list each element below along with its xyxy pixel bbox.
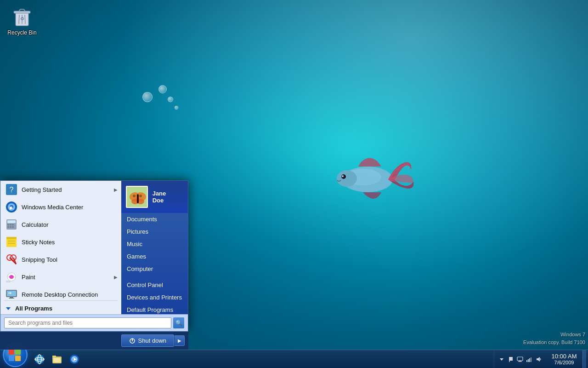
svg-rect-19 <box>7 220 16 223</box>
show-hidden-icons <box>499 356 504 362</box>
svg-text:▶: ▶ <box>10 205 13 210</box>
start-menu-search-bar: 🔍 <box>0 314 188 331</box>
tray-network-icon[interactable] <box>516 356 524 363</box>
svg-rect-39 <box>10 297 13 298</box>
svg-rect-69 <box>53 358 61 362</box>
svg-rect-62 <box>15 356 21 361</box>
start-menu-item-paint[interactable]: Paint ▶ <box>0 268 121 286</box>
clock-area[interactable]: 10:00 AM 7/6/2009 <box>546 350 582 368</box>
svg-point-2 <box>337 170 357 187</box>
svg-rect-60 <box>15 349 21 355</box>
bubble-decoration <box>175 106 178 109</box>
recycle-bin-image: ♻ <box>11 6 33 28</box>
tray-action-center-icon[interactable] <box>507 356 514 363</box>
start-menu-item-getting-started[interactable]: ? Getting Started ▶ <box>0 181 121 198</box>
ie-icon <box>34 354 45 365</box>
flag-icon <box>508 356 514 362</box>
start-menu-item-calculator[interactable]: Calculator <box>0 216 121 233</box>
paint-arrow-icon: ▶ <box>114 275 118 280</box>
recycle-bin-label: Recycle Bin <box>7 29 36 36</box>
svg-rect-75 <box>509 357 513 361</box>
start-menu-item-windows-media-center[interactable]: ▶ Windows Media Center <box>0 198 121 216</box>
svg-rect-56 <box>137 194 139 203</box>
start-right-music[interactable]: Music <box>121 238 188 250</box>
taskbar-media-player-button[interactable] <box>66 351 83 368</box>
svg-text:♻: ♻ <box>20 16 24 21</box>
start-right-control-panel[interactable]: Control Panel <box>121 279 188 291</box>
sticky-notes-icon <box>5 236 18 248</box>
clock-time: 10:00 AM <box>552 353 577 360</box>
svg-rect-82 <box>529 358 530 362</box>
taskbar-ie-button[interactable] <box>31 351 48 368</box>
svg-rect-20 <box>7 224 9 225</box>
notification-icons <box>494 350 546 368</box>
svg-point-55 <box>139 195 142 197</box>
tray-arrow-icon[interactable] <box>498 356 505 363</box>
svg-point-54 <box>133 195 136 197</box>
bubble-decoration <box>168 97 173 102</box>
svg-rect-36 <box>6 281 11 282</box>
svg-text:?: ? <box>10 186 14 194</box>
bubble-decoration <box>142 92 153 102</box>
search-input[interactable] <box>4 317 171 328</box>
svg-line-6 <box>19 15 19 24</box>
monitor-icon <box>517 356 523 362</box>
svg-point-4 <box>342 175 344 177</box>
windows-media-center-icon: ▶ <box>5 201 18 213</box>
start-right-games[interactable]: Games <box>121 250 188 263</box>
paint-icon <box>5 270 18 283</box>
betta-fish <box>317 129 418 230</box>
svg-rect-77 <box>517 357 523 361</box>
svg-rect-21 <box>10 224 11 225</box>
svg-rect-79 <box>518 361 522 362</box>
user-area: Jane Doe <box>121 181 188 213</box>
tray-volume-icon[interactable] <box>535 356 542 363</box>
svg-rect-61 <box>9 356 14 361</box>
svg-rect-81 <box>528 359 529 362</box>
start-right-computer[interactable]: Computer <box>121 263 188 275</box>
svg-rect-40 <box>9 298 14 299</box>
remote-desktop-icon <box>5 288 18 299</box>
start-menu-item-remote-desktop[interactable]: Remote Desktop Connection <box>0 286 121 299</box>
media-player-icon <box>69 354 80 365</box>
recycle-bin-icon[interactable]: ♻ Recycle Bin <box>4 4 40 38</box>
svg-rect-23 <box>7 226 9 228</box>
svg-rect-78 <box>519 361 521 362</box>
start-menu-item-sticky-notes[interactable]: Sticky Notes <box>0 233 121 251</box>
start-menu: ? Getting Started ▶ <box>0 180 188 350</box>
taskbar-explorer-button[interactable] <box>49 351 65 368</box>
clock-date: 7/6/2009 <box>554 360 574 365</box>
shutdown-arrow-button[interactable]: ▶ <box>175 335 185 346</box>
start-menu-left-panel: ? Getting Started ▶ <box>0 181 121 314</box>
system-tray: 10:00 AM 7/6/2009 <box>494 350 588 368</box>
bubble-decoration <box>158 85 167 93</box>
start-right-pictures[interactable]: Pictures <box>121 225 188 238</box>
snipping-tool-icon <box>5 253 18 266</box>
svg-rect-83 <box>531 357 531 362</box>
start-right-documents[interactable]: Documents <box>121 213 188 225</box>
signal-bars-icon <box>526 356 532 362</box>
svg-rect-80 <box>526 360 527 362</box>
taskbar: 10:00 AM 7/6/2009 <box>0 350 588 368</box>
arrow-icon: ▶ <box>114 187 118 192</box>
power-icon <box>129 338 136 344</box>
programs-divider <box>4 300 118 301</box>
search-button[interactable]: 🔍 <box>173 317 184 328</box>
svg-marker-74 <box>500 358 503 361</box>
start-menu-programs-list: ? Getting Started ▶ <box>0 181 121 299</box>
svg-rect-9 <box>14 11 30 13</box>
start-menu-item-snipping-tool[interactable]: Snipping Tool <box>0 251 121 268</box>
explorer-icon <box>51 354 62 365</box>
desktop: ♻ Recycle Bin Windows 7 Evaluation copy.… <box>0 0 588 368</box>
svg-marker-48 <box>6 307 11 310</box>
getting-started-icon: ? <box>5 183 18 196</box>
svg-line-8 <box>25 15 25 24</box>
svg-rect-59 <box>9 349 14 355</box>
show-desktop-button[interactable] <box>582 350 586 368</box>
taskbar-pinned-icons <box>31 351 83 368</box>
all-programs-button[interactable]: All Programs <box>0 303 121 314</box>
tray-signal-icon[interactable] <box>526 356 533 363</box>
calculator-icon <box>5 218 18 231</box>
start-right-devices-printers[interactable]: Devices and Printers <box>121 291 188 304</box>
shutdown-button[interactable]: Shut down <box>121 334 174 347</box>
